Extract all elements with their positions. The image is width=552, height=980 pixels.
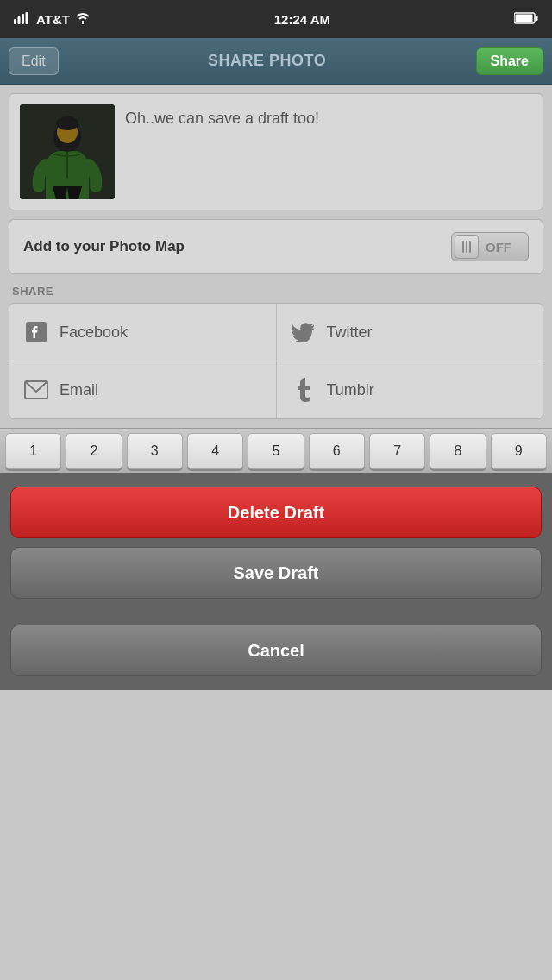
post-card: Oh..we can save a draft too! [9, 93, 543, 210]
bottom-sheet: Delete Draft Save Draft Cancel [0, 473, 552, 690]
edit-button[interactable]: Edit [9, 47, 59, 75]
share-email[interactable]: Email [9, 361, 277, 418]
photo-map-toggle[interactable]: OFF [451, 232, 529, 261]
share-facebook[interactable]: Facebook [9, 304, 277, 361]
svg-rect-2 [22, 14, 24, 24]
key-8[interactable]: 8 [430, 433, 486, 469]
share-row-2: Email Tumblr [9, 361, 543, 418]
svg-rect-1 [18, 16, 21, 24]
key-2[interactable]: 2 [66, 433, 122, 469]
status-time: 12:24 AM [274, 12, 330, 27]
svg-rect-3 [26, 12, 28, 24]
toggle-text: OFF [486, 240, 511, 254]
key-4[interactable]: 4 [187, 433, 243, 469]
key-9[interactable]: 9 [491, 433, 547, 469]
tumblr-label: Tumblr [327, 381, 374, 399]
status-right [514, 12, 538, 27]
key-6[interactable]: 6 [309, 433, 365, 469]
key-3[interactable]: 3 [127, 433, 183, 469]
svg-rect-5 [535, 16, 537, 21]
twitter-label: Twitter [327, 324, 373, 342]
nav-bar: Edit SHARE PHOTO Share [0, 38, 552, 85]
share-button[interactable]: Share [476, 47, 543, 75]
share-section-label: SHARE [9, 285, 543, 298]
wifi-icon [75, 12, 91, 27]
tumblr-icon [291, 377, 317, 403]
main-content: Oh..we can save a draft too! Add to your… [0, 85, 552, 428]
toggle-handle [455, 235, 479, 259]
key-5[interactable]: 5 [248, 433, 304, 469]
page-title: SHARE PHOTO [208, 52, 326, 70]
carrier-label: AT&T [36, 12, 70, 27]
twitter-icon [291, 319, 317, 345]
email-icon [23, 377, 49, 403]
status-left: AT&T [14, 12, 91, 27]
facebook-icon [23, 319, 49, 345]
save-draft-button[interactable]: Save Draft [10, 547, 542, 599]
toggle-line-1 [462, 241, 464, 253]
cancel-button[interactable]: Cancel [10, 625, 542, 676]
key-1[interactable]: 1 [5, 433, 61, 469]
toggle-handle-lines [462, 241, 471, 253]
keyboard-row: 1 2 3 4 5 6 7 8 9 [0, 428, 552, 473]
share-grid: Facebook Twitter Email [9, 303, 543, 419]
svg-rect-0 [14, 19, 16, 24]
toggle-line-3 [469, 241, 471, 253]
share-row-1: Facebook Twitter [9, 304, 543, 361]
post-caption: Oh..we can save a draft too! [125, 104, 532, 129]
toggle-line-2 [466, 241, 467, 253]
svg-rect-6 [515, 14, 532, 22]
facebook-label: Facebook [60, 324, 128, 342]
photo-map-label: Add to your Photo Map [23, 238, 185, 255]
email-label: Email [60, 381, 98, 399]
svg-point-11 [56, 116, 78, 130]
key-7[interactable]: 7 [369, 433, 425, 469]
share-twitter[interactable]: Twitter [277, 304, 543, 361]
battery-icon [514, 12, 538, 27]
status-bar: AT&T 12:24 AM [0, 0, 552, 38]
photo-map-card: Add to your Photo Map OFF [9, 219, 543, 274]
delete-draft-button[interactable]: Delete Draft [10, 487, 542, 538]
signal-icon [14, 12, 31, 27]
spacer [10, 607, 542, 616]
share-tumblr[interactable]: Tumblr [277, 361, 543, 418]
post-thumbnail [20, 104, 115, 199]
